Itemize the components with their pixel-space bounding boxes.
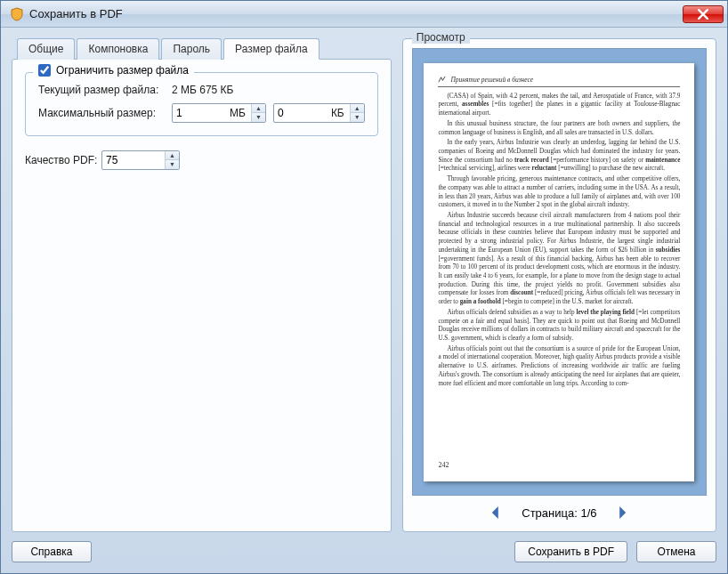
page-number: 242	[438, 461, 449, 471]
prev-page-button[interactable]	[486, 503, 506, 522]
quality-label: Качество PDF:	[25, 154, 101, 166]
dialog-body: Общие Компоновка Пароль Размер файла Огр…	[1, 28, 727, 573]
settings-column: Общие Компоновка Пароль Размер файла Огр…	[12, 38, 392, 532]
page-text: (CASA) of Spain, with 4.2 percent, makes…	[438, 93, 680, 118]
window-title: Сохранить в PDF	[29, 7, 683, 20]
kb-down-button[interactable]: ▼	[351, 113, 364, 122]
page-text: Through favorable pricing, generous main…	[438, 175, 680, 210]
kb-up-button[interactable]: ▲	[351, 104, 364, 113]
mb-input[interactable]	[173, 104, 228, 122]
pager-value: 1/6	[580, 506, 596, 520]
current-size-value: 2 МБ 675 КБ	[172, 84, 233, 96]
chevron-right-icon	[616, 506, 628, 519]
kb-spinbox[interactable]: КБ ▲ ▼	[273, 103, 365, 123]
tab-password[interactable]: Пароль	[161, 38, 222, 60]
preview-column: Просмотр Принятие решений в бизнесе (CAS…	[402, 38, 716, 532]
quality-input[interactable]	[102, 151, 165, 169]
quality-spinbox[interactable]: ▲ ▼	[101, 150, 180, 170]
page-text: Airbus officials defend subsidies as a w…	[438, 309, 680, 344]
tab-layout[interactable]: Компоновка	[77, 38, 159, 60]
current-size-label: Текущий размер файла:	[38, 84, 172, 96]
tab-common[interactable]: Общие	[17, 38, 75, 60]
page-text: In the early years, Airbus Industrie was…	[438, 139, 680, 174]
cancel-button[interactable]: Отмена	[636, 541, 716, 562]
quality-spinner: ▲ ▼	[165, 151, 179, 169]
filesize-panel: Ограничить размер файла Текущий размер ф…	[12, 59, 392, 532]
close-icon	[698, 9, 708, 20]
button-row: Справка Сохранить в PDF Отмена	[12, 541, 716, 562]
app-icon	[10, 7, 24, 21]
limit-checkbox-label: Ограничить размер файла	[56, 64, 189, 77]
pager: Страница: 1/6	[412, 503, 707, 522]
tab-filesize[interactable]: Размер файла	[223, 38, 320, 60]
tab-bar: Общие Компоновка Пароль Размер файла	[12, 38, 392, 60]
page-text: In this unusual business structure, the …	[438, 120, 680, 137]
current-size-row: Текущий размер файла: 2 МБ 675 КБ	[38, 84, 365, 96]
close-button[interactable]	[683, 5, 724, 23]
max-size-label: Максимальный размер:	[38, 107, 172, 119]
quality-down-button[interactable]: ▼	[166, 160, 179, 169]
preview-group: Просмотр Принятие решений в бизнесе (CAS…	[402, 38, 716, 532]
page-header-text: Принятие решений в бизнесе	[450, 76, 533, 85]
quality-row: Качество PDF: ▲ ▼	[25, 150, 378, 170]
main-columns: Общие Компоновка Пароль Размер файла Огр…	[12, 38, 716, 532]
kb-spinner: ▲ ▼	[350, 104, 364, 122]
preview-canvas: Принятие решений в бизнесе (CASA) of Spa…	[412, 48, 707, 496]
quality-up-button[interactable]: ▲	[166, 151, 179, 160]
pager-text: Страница: 1/6	[522, 506, 596, 520]
save-button[interactable]: Сохранить в PDF	[514, 541, 627, 562]
limit-checkbox[interactable]	[38, 64, 51, 77]
title-bar: Сохранить в PDF	[1, 1, 727, 28]
kb-unit: КБ	[329, 107, 350, 119]
page-text: Airbus Industrie succeeds because civil …	[438, 212, 680, 307]
mb-unit: МБ	[228, 107, 251, 119]
help-button[interactable]: Справка	[12, 541, 92, 562]
chevron-left-icon	[489, 506, 502, 519]
page-header: Принятие решений в бизнесе	[438, 76, 680, 87]
page-text: Airbus officials point out that the cons…	[438, 345, 680, 389]
mb-up-button[interactable]: ▲	[252, 104, 265, 113]
mb-spinbox[interactable]: МБ ▲ ▼	[172, 103, 266, 123]
mb-spinner: ▲ ▼	[251, 104, 265, 122]
dialog-window: Сохранить в PDF Общие Компоновка Пароль …	[0, 0, 728, 574]
mb-down-button[interactable]: ▼	[252, 113, 265, 122]
pager-label: Страница:	[522, 506, 578, 520]
limit-fieldset: Ограничить размер файла Текущий размер ф…	[25, 72, 378, 136]
limit-legend: Ограничить размер файла	[33, 64, 194, 77]
preview-title: Просмотр	[412, 31, 470, 44]
max-size-row: Максимальный размер: МБ ▲ ▼	[38, 103, 365, 123]
preview-page: Принятие решений в бизнесе (CASA) of Spa…	[424, 63, 694, 481]
kb-input[interactable]	[274, 104, 329, 122]
next-page-button[interactable]	[612, 503, 632, 522]
